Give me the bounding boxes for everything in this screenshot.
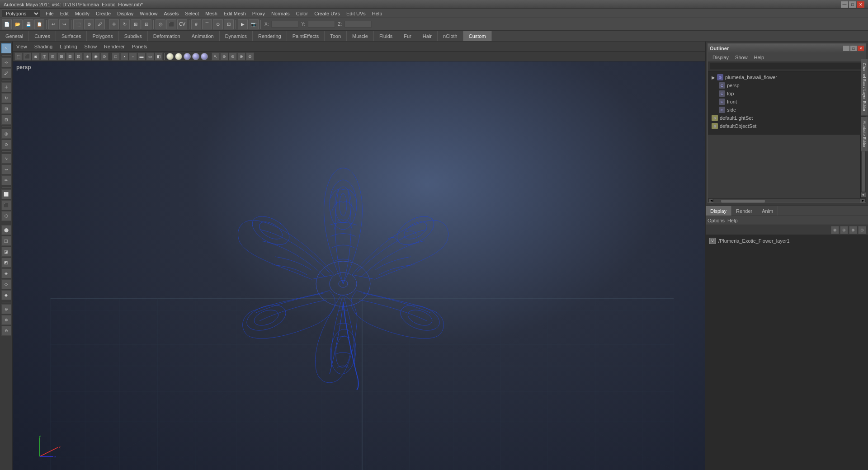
light-sphere-3[interactable]: [184, 53, 191, 60]
vp-btn-3[interactable]: ◙: [32, 52, 40, 61]
toolbar-render[interactable]: ▶: [238, 19, 248, 29]
tab-deformation[interactable]: Deformation: [148, 31, 186, 41]
outliner-item-persp[interactable]: C persp: [717, 81, 864, 89]
menu-create[interactable]: Create: [93, 10, 113, 17]
layers-btn-3[interactable]: ⊗: [849, 226, 857, 234]
vp-btn-5[interactable]: ⊟: [49, 52, 57, 61]
toolbar-snap-point[interactable]: ⊙: [213, 19, 223, 29]
tab-animation[interactable]: Animation: [186, 31, 220, 41]
menu-edit-uvs[interactable]: Edit UVs: [344, 10, 368, 17]
tool-select[interactable]: ↖: [1, 43, 11, 53]
tab-painteffects[interactable]: PaintEffects: [287, 31, 325, 41]
vp-btn-shade-6[interactable]: ◧: [155, 52, 163, 61]
x-input[interactable]: [271, 21, 298, 28]
outliner-scroll-right[interactable]: ▶: [860, 199, 865, 202]
light-sphere-4[interactable]: [192, 53, 199, 60]
tool-misc-2[interactable]: ⊗: [1, 315, 11, 325]
tool-display-6[interactable]: ◇: [1, 279, 11, 289]
z-input[interactable]: [344, 21, 372, 28]
tool-vertex[interactable]: ⬡: [1, 211, 11, 221]
toolbar-paint-select[interactable]: 🖊: [95, 19, 105, 29]
tool-face[interactable]: ⬜: [1, 189, 11, 199]
channel-box-tab[interactable]: Channel Box / Layer Editor: [861, 59, 868, 116]
minimize-button[interactable]: —: [841, 1, 848, 8]
tool-show-manip[interactable]: ⊙: [1, 140, 11, 150]
vp-menu-show[interactable]: Show: [83, 43, 99, 50]
tab-ncloth[interactable]: nCloth: [438, 31, 463, 41]
menu-display[interactable]: Display: [114, 10, 136, 17]
menu-normals[interactable]: Normals: [269, 10, 292, 17]
toolbar-redo[interactable]: ↪: [59, 19, 69, 29]
tab-dynamics[interactable]: Dynamics: [220, 31, 253, 41]
vp-btn-10[interactable]: ◉: [92, 52, 100, 61]
vp-btn-misc-3[interactable]: ⊖: [229, 52, 237, 61]
toolbar-soft-mod[interactable]: ◎: [156, 19, 165, 29]
toolbar-select[interactable]: ⬚: [73, 19, 83, 29]
toolbar-save[interactable]: 💾: [24, 19, 33, 29]
light-sphere-1[interactable]: [166, 53, 174, 60]
tool-display-7[interactable]: ◆: [1, 290, 11, 300]
toolbar-transform[interactable]: ⊟: [142, 19, 151, 29]
tool-universal[interactable]: ⊟: [1, 115, 11, 125]
close-button[interactable]: ✕: [857, 1, 864, 8]
layers-tab-anim[interactable]: Anim: [757, 206, 778, 216]
menu-file[interactable]: File: [43, 10, 57, 17]
layer-vis-1[interactable]: V: [709, 238, 716, 244]
vp-menu-view[interactable]: View: [14, 43, 29, 50]
toolbar-lasso[interactable]: ⊘: [84, 19, 94, 29]
outliner-close[interactable]: ✕: [858, 46, 864, 51]
outliner-item-front[interactable]: C front: [717, 98, 864, 106]
vp-btn-6[interactable]: ⊞: [57, 52, 66, 61]
outliner-item-top[interactable]: C top: [717, 89, 864, 98]
light-sphere-5[interactable]: [201, 53, 208, 60]
outliner-maximize[interactable]: □: [850, 46, 857, 51]
tool-curve-ep[interactable]: ∾: [1, 164, 11, 174]
vp-btn-misc-1[interactable]: ↖: [212, 52, 220, 61]
layers-btn-2[interactable]: ⊖: [840, 226, 848, 234]
tab-custom[interactable]: Custom: [463, 31, 492, 41]
tool-move[interactable]: ✛: [1, 82, 11, 92]
tab-muscle[interactable]: Muscle: [347, 31, 374, 41]
layers-btn-1[interactable]: ⊕: [831, 226, 839, 234]
tool-display-4[interactable]: ◩: [1, 258, 11, 268]
menu-assets[interactable]: Assets: [161, 10, 181, 17]
tool-rotate[interactable]: ↻: [1, 93, 11, 103]
light-sphere-2[interactable]: [175, 53, 182, 60]
menu-color[interactable]: Color: [293, 10, 311, 17]
toolbar-scale[interactable]: ⊞: [131, 19, 141, 29]
attribute-editor-tab[interactable]: Attribute Editor: [861, 117, 868, 152]
toolbar-ipr[interactable]: 📷: [249, 19, 259, 29]
toolbar-snap-curve[interactable]: ⌒: [202, 19, 212, 29]
outliner-scroll-down[interactable]: ▼: [861, 193, 866, 197]
tool-soft[interactable]: ◎: [1, 129, 11, 139]
layers-tab-render[interactable]: Render: [731, 206, 757, 216]
menu-select[interactable]: Select: [182, 10, 202, 17]
toolbar-rotate[interactable]: ↻: [120, 19, 130, 29]
tab-subdivs[interactable]: Subdivs: [119, 31, 148, 41]
outliner-search[interactable]: [710, 63, 864, 70]
tab-polygons[interactable]: Polygons: [87, 31, 118, 41]
toolbar-lattice[interactable]: ⬛: [166, 19, 176, 29]
tool-edge[interactable]: ⬛: [1, 200, 11, 210]
tab-fur[interactable]: Fur: [398, 31, 417, 41]
menu-edit[interactable]: Edit: [57, 10, 71, 17]
vp-btn-shade-3[interactable]: ▫: [129, 52, 137, 61]
mode-selector[interactable]: Polygons Surfaces Dynamics Rendering nDy…: [2, 9, 40, 18]
vp-btn-7[interactable]: ⊠: [66, 52, 74, 61]
tab-hair[interactable]: Hair: [417, 31, 438, 41]
menu-help[interactable]: Help: [369, 10, 385, 17]
tool-paint[interactable]: 🖊: [1, 68, 11, 78]
vp-btn-shade-1[interactable]: □: [112, 52, 120, 61]
outliner-item-plumeria[interactable]: ▶ G plumeria_hawaii_flower: [710, 73, 864, 81]
tool-display-2[interactable]: ◫: [1, 236, 11, 246]
tool-display-3[interactable]: ◪: [1, 247, 11, 257]
vp-btn-shade-2[interactable]: ▪: [120, 52, 128, 61]
vp-btn-misc-4[interactable]: ⊗: [237, 52, 245, 61]
vp-menu-shading[interactable]: Shading: [33, 43, 54, 50]
outliner-menu-help[interactable]: Help: [751, 54, 767, 61]
tab-rendering[interactable]: Rendering: [253, 31, 287, 41]
menu-create-uvs[interactable]: Create UVs: [311, 10, 343, 17]
layer-row-1[interactable]: V /Plumeria_Exotic_Flower_layer1: [708, 237, 866, 245]
menu-mesh[interactable]: Mesh: [203, 10, 220, 17]
y-input[interactable]: [308, 21, 335, 28]
